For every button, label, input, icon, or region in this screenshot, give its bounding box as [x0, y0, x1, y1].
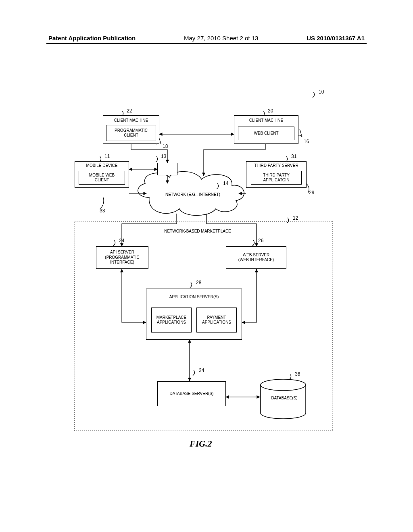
ref-29: 29 — [309, 190, 314, 195]
header-right: US 2010/0131367 A1 — [307, 35, 365, 42]
payment-applications-box: PAYMENT APPLICATIONS — [196, 308, 237, 332]
header-center: May 27, 2010 Sheet 2 of 13 — [184, 35, 258, 42]
gateway-box — [157, 163, 177, 175]
client-machine-left-label: CLIENT MACHINE — [114, 118, 148, 123]
third-party-application-box: THIRD PARTY APPLICATOIN — [251, 171, 302, 185]
payment-applications-label: PAYMENT APPLICATIONS — [202, 315, 231, 325]
header-left: Patent Application Publication — [48, 35, 136, 42]
svg-point-0 — [261, 379, 306, 391]
ref-11: 11 — [104, 154, 110, 159]
databases-label: DATABASE(S) — [266, 396, 302, 400]
mobile-web-client-label: MOBILE WEB CLIENT — [89, 173, 115, 183]
ref-20: 20 — [268, 108, 273, 114]
ref-22: 22 — [127, 108, 132, 114]
application-servers-title: APPLICATION SERVER(S) — [169, 295, 219, 300]
ref-18: 18 — [163, 143, 168, 149]
programmatic-client-box: PROGRAMMATIC CLIENT — [106, 125, 156, 141]
ref-36: 36 — [295, 371, 300, 377]
ref-16: 16 — [304, 139, 309, 144]
web-client-label: WEB CLIENT — [254, 131, 278, 136]
header-rule — [46, 43, 367, 44]
ref-14: 14 — [223, 181, 228, 186]
ref-12: 12 — [293, 215, 298, 221]
third-party-application-label: THIRD PARTY APPLICATOIN — [263, 173, 290, 183]
api-server-label: API SERVER (PROGRAMMATIC INTERFACE) — [105, 250, 139, 265]
mobile-device-label: MOBILE DEVICE — [86, 163, 118, 168]
diagram-svg — [0, 0, 413, 532]
third-party-server-label: THIRD PARTY SERVER — [254, 163, 298, 168]
programmatic-client-label: PROGRAMMATIC CLIENT — [115, 128, 148, 138]
ref-26: 26 — [258, 238, 263, 243]
web-client-box: WEB CLIENT — [238, 127, 294, 140]
web-server-box: WEB SERVER (WEB INTERFACE) — [226, 246, 286, 269]
ref-34: 34 — [199, 368, 204, 373]
api-server-box: API SERVER (PROGRAMMATIC INTERFACE) — [96, 246, 148, 269]
ref-24: 24 — [119, 238, 124, 243]
ref-33: 33 — [100, 208, 105, 214]
database-servers-label: DATABASE SERVER(S) — [170, 391, 214, 397]
client-machine-right-label: CLIENT MACHINE — [249, 118, 283, 123]
marketplace-applications-box: MARKETPLACE APPLICATIONS — [151, 308, 192, 332]
network-cloud-label: NETWORK (E.G., INTERNET) — [161, 192, 225, 197]
marketplace-applications-label: MARKETPLACE APPLICATIONS — [156, 315, 186, 325]
ref-10: 10 — [319, 89, 324, 95]
network-marketplace-title: NETWORK-BASED MARKETPLACE — [153, 229, 242, 233]
database-servers-box: DATABASE SERVER(S) — [157, 381, 226, 406]
ref-31: 31 — [291, 154, 296, 159]
page-header: Patent Application Publication May 27, 2… — [0, 35, 413, 44]
ref-13: 13 — [161, 154, 166, 159]
figure-caption: FIG.2 — [190, 438, 212, 449]
mobile-web-client-box: MOBILE WEB CLIENT — [79, 171, 125, 185]
ref-28: 28 — [196, 280, 201, 285]
page: Patent Application Publication May 27, 2… — [0, 0, 413, 532]
web-server-label: WEB SERVER (WEB INTERFACE) — [238, 253, 274, 263]
